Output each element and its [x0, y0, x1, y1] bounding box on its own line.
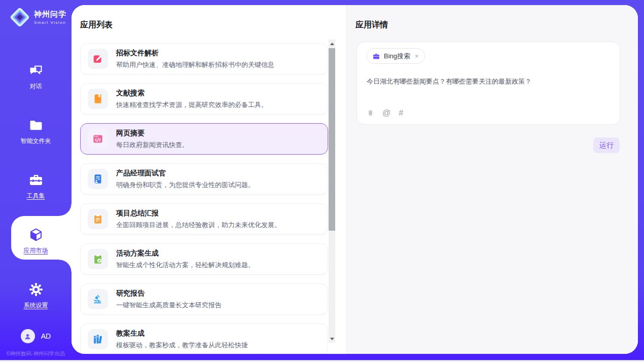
- app-detail-title: 应用详情: [355, 20, 388, 30]
- app-name: 研究报告: [116, 289, 222, 298]
- user-account[interactable]: AD: [0, 329, 71, 343]
- app-description: 一键智能生成高质量长文本研究报告: [116, 301, 222, 310]
- sidebar-item-label: 工具集: [27, 192, 45, 200]
- sidebar-item-label: 应用市场: [24, 246, 48, 255]
- doc-person-icon: [92, 173, 103, 185]
- app-card[interactable]: 研究报告 一键智能生成高质量长文本研究报告: [80, 283, 328, 315]
- list-scrollbar[interactable]: [329, 40, 335, 343]
- app-card[interactable]: 产品经理面试官 明确身份和职责，为您提供专业性的面试问题。: [80, 163, 328, 195]
- app-name: 网页摘要: [116, 129, 189, 138]
- prompt-input-card[interactable]: Bing搜索 × 今日湖北有哪些新闻要点？有哪些需要关注的最新政策？ @ #: [356, 42, 620, 125]
- query-text: 今日湖北有哪些新闻要点？有哪些需要关注的最新政策？: [367, 77, 609, 87]
- app-list-panel: 应用列表 招标文件解析 帮助用户快速、准确地理解和解析招标书中的关键信息 文献搜…: [71, 5, 346, 354]
- app-description: 全面回顾项目进展，总结经验教训，助力未来优化发展。: [116, 221, 281, 230]
- sidebar: 神州问学 Smart Vision 对话 智能文件夹 工具集: [0, 0, 71, 362]
- app-card[interactable]: 网页摘要 每日政府新闻资讯快查。: [80, 123, 328, 155]
- sidebar-item-label: 系统设置: [24, 301, 48, 310]
- app-icon-tile: [88, 129, 108, 149]
- briefcase-icon: [372, 52, 380, 60]
- app-description: 每日政府新闻资讯快查。: [116, 140, 189, 150]
- gear-icon: [28, 282, 44, 297]
- user-label: AD: [41, 332, 51, 340]
- sidebar-item[interactable]: 智能文件夹: [0, 104, 71, 159]
- app-name: 项目总结汇报: [116, 209, 281, 218]
- clipboard-icon: [92, 213, 103, 225]
- run-button[interactable]: 运行: [593, 137, 620, 153]
- app-name: 教案生成: [116, 329, 248, 338]
- app-description: 模板驱动，教案秒成，教学准备从此轻松快捷: [116, 341, 248, 350]
- sidebar-item-label: 对话: [30, 82, 42, 91]
- chip-close-icon[interactable]: ×: [415, 53, 419, 59]
- tool-chip-label: Bing搜索: [384, 52, 410, 61]
- app-name: 文献搜索: [116, 89, 268, 98]
- clipboard-check-icon: [92, 254, 103, 265]
- app-name: 活动方案生成: [116, 249, 255, 258]
- person-icon: [23, 332, 32, 341]
- scrollbar-up-arrow[interactable]: [329, 40, 335, 47]
- app-icon-tile: [88, 329, 108, 349]
- app-description: 智能生成个性化活动方案，轻松解决规划难题。: [116, 261, 255, 270]
- app-name: 产品经理面试官: [116, 169, 255, 178]
- copyright-text: ©神州数码·神州问学出品: [0, 350, 71, 357]
- app-icon-tile: [88, 209, 108, 229]
- app-icon-tile: [88, 289, 108, 309]
- books-icon: [92, 334, 103, 345]
- app-card[interactable]: 招标文件解析 帮助用户快速、准确地理解和解析招标书中的关键信息: [80, 43, 328, 75]
- input-toolbar: @ #: [367, 108, 403, 118]
- main-content: 应用列表 招标文件解析 帮助用户快速、准确地理解和解析招标书中的关键信息 文献搜…: [71, 5, 638, 354]
- app-icon-tile: [88, 49, 108, 69]
- sidebar-nav: 对话 智能文件夹 工具集 应用市场 系统: [0, 49, 71, 323]
- app-card[interactable]: 文献搜索 快速精准查找学术资源，提高研究效率的必备工具。: [80, 83, 328, 115]
- avatar: [21, 329, 35, 343]
- sidebar-item-label: 智能文件夹: [21, 137, 51, 146]
- brand-logo-icon: [9, 7, 30, 28]
- app-card[interactable]: 活动方案生成 智能生成个性化活动方案，轻松解决规划难题。: [80, 243, 328, 275]
- app-name: 招标文件解析: [116, 49, 274, 58]
- scrollbar-thumb[interactable]: [329, 48, 335, 231]
- tool-chip-bing-search[interactable]: Bing搜索 ×: [366, 48, 425, 64]
- scrollbar-down-arrow[interactable]: [329, 335, 335, 342]
- app-detail-panel: 应用详情 Bing搜索 × 今日湖北有哪些新闻要点？有哪些需要关注的最新政策？ …: [346, 5, 638, 354]
- app-description: 快速精准查找学术资源，提高研究效率的必备工具。: [116, 100, 268, 110]
- app-icon-tile: [88, 249, 108, 269]
- hashtag-icon[interactable]: #: [399, 108, 403, 118]
- app-list: 招标文件解析 帮助用户快速、准确地理解和解析招标书中的关键信息 文献搜索 快速精…: [80, 43, 328, 354]
- app-card[interactable]: 项目总结汇报 全面回顾项目进展，总结经验教训，助力未来优化发展。: [80, 203, 328, 235]
- app-list-title: 应用列表: [80, 20, 113, 30]
- app-description: 明确身份和职责，为您提供专业性的面试问题。: [116, 180, 255, 190]
- sidebar-item[interactable]: 应用市场: [0, 213, 71, 268]
- edit-square-icon: [92, 53, 103, 64]
- app-card[interactable]: 教案生成 模板驱动，教案秒成，教学准备从此轻松快捷: [80, 323, 328, 354]
- paperclip-icon[interactable]: [367, 108, 374, 118]
- app-icon-tile: [88, 169, 108, 189]
- sidebar-item[interactable]: 系统设置: [0, 268, 71, 323]
- cube-icon: [28, 227, 44, 242]
- sidebar-item[interactable]: 对话: [0, 49, 71, 104]
- brand-name: 神州问学: [34, 10, 66, 19]
- app-icon-tile: [88, 89, 108, 109]
- microscope-icon: [92, 294, 103, 305]
- book-icon: [92, 93, 103, 104]
- brand: 神州问学 Smart Vision: [9, 7, 66, 28]
- browser-code-icon: [92, 133, 103, 144]
- mention-icon[interactable]: @: [382, 108, 390, 118]
- app-description: 帮助用户快速、准确地理解和解析招标书中的关键信息: [116, 60, 274, 69]
- chat-icon: [28, 63, 44, 78]
- folder-icon: [28, 118, 44, 133]
- toolbox-icon: [28, 172, 44, 188]
- brand-subtitle: Smart Vision: [34, 20, 66, 25]
